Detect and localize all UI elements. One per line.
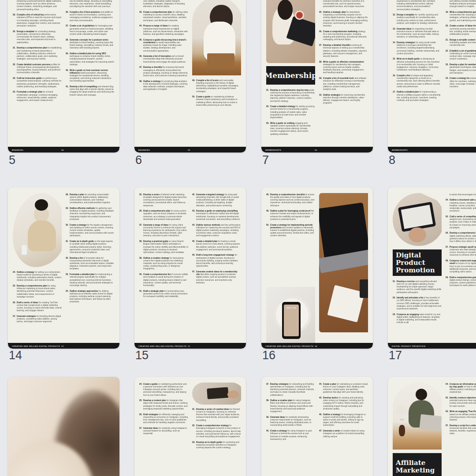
page-thumbnail-16[interactable]: 48.Develop a comprehensive checklist to …	[261, 187, 373, 349]
prompt-item: 39.Outline a detailed plan for using SEO…	[66, 52, 115, 66]
prompt-column-right: 28.Develop a plan for providing customiz…	[66, 193, 115, 349]
section-title-box: Digital Product Promotion	[393, 249, 442, 276]
footer-page-number: 14	[315, 345, 317, 347]
thumbnail-number: 16	[262, 349, 275, 362]
prompt-item: 03.Write a guide on crafting engaging an…	[266, 122, 315, 135]
page-thumbnail-17[interactable]: Digital Product Promotion 01.Develop a c…	[388, 187, 476, 349]
prompt-item: 27.Generate ideas for creatively using I…	[139, 427, 188, 435]
prompt-column-left: 28.Write an instructional guide on build…	[13, 0, 62, 152]
prompt-column-right	[319, 193, 368, 349]
prompt-item: 39.Generate ideas for creatively showcas…	[266, 416, 315, 427]
page-thumbnail-14[interactable]: 24.Outline a strategy for setting up a s…	[8, 187, 119, 349]
footer-section-label: CREATING AND SELLING DIGITAL PRODUCTS	[138, 345, 186, 347]
footer-page-number: 06	[315, 149, 317, 151]
prompt-item: 20.Create a series of ideas for fosterin…	[446, 25, 476, 36]
footer-section-label: CREATING AND SELLING DIGITAL PRODUCTS	[265, 345, 313, 347]
prompt-item: 31.Develop a series of creative ideas fo…	[192, 408, 241, 421]
prompt-item: 40.Write a guide on how customer service…	[66, 69, 115, 82]
thumbnail-number: 14	[9, 349, 22, 362]
section-title-box: Affiliate Marketing	[393, 453, 442, 476]
prompt-item: 37.Generate a range of ideas for using o…	[139, 223, 188, 237]
prompt-column-left: 48.Develop a comprehensive checklist to …	[266, 193, 315, 349]
page-thumbnail-instagram-2[interactable]: 37.Develop strategies for networking and…	[261, 377, 373, 476]
prompt-item: 08.Write a guide on effective communicat…	[319, 60, 368, 74]
page-thumbnail-8[interactable]: 11.Create a plan for providing personali…	[388, 0, 476, 152]
photo-laptop-wood-desk	[319, 193, 368, 332]
prompt-item: 47.Develop a checklist for ensuring that…	[139, 66, 188, 77]
prompt-item: 44.Outline various methods and key perfo…	[192, 223, 241, 237]
page-thumbnail-instagram-1[interactable]: 24.Create a guide on maintaining authent…	[134, 377, 246, 476]
phone-screen-label: ABOUT ME	[284, 307, 299, 309]
prompt-item: 46.Draft a long-term engagement strategy…	[192, 254, 241, 268]
section-title-box: Memberships	[266, 66, 315, 85]
prompt-item: 49.Outline a plan for leveraging social …	[266, 210, 315, 221]
prompt-item: 28.Write an instructional guide on build…	[13, 0, 62, 11]
prompt-item: 43.Create a comprehensive plan for utili…	[139, 11, 188, 22]
prompt-column-right: 31.Develop a series of creative ideas fo…	[192, 383, 241, 476]
prompt-item: 14.Develop strategies for using social m…	[393, 41, 442, 55]
prompt-item: 41.Develop a list of compelling and rele…	[66, 85, 115, 96]
prompt-item: 41.Draft a strategic plan for incorporat…	[139, 290, 188, 298]
prompt-item: 24.Create a guide on maintaining authent…	[139, 383, 188, 396]
prompt-item: 08.Compose a warm and engaging 'Thank Yo…	[446, 259, 476, 273]
prompt-item: 02.Identify and articulate a list of key…	[393, 297, 442, 310]
footer-page-number: 04	[61, 149, 64, 151]
prompt-column-left: Memberships 01.Develop a comprehensive s…	[266, 0, 315, 152]
footer-section-label: BRANDING	[12, 149, 23, 151]
prompt-item: 30.Create a strategy for the regular man…	[66, 223, 115, 237]
prompt-item: 18.Develop a structured approach for col…	[446, 0, 476, 8]
footer-page-number: 05	[188, 149, 190, 151]
full-page-photo-person	[8, 377, 119, 476]
footer-section-label: DIGITAL PRODUCT PROMOTION	[392, 345, 425, 347]
prompt-item: 38.Outline a creative plan for using Ins…	[266, 399, 315, 413]
prompt-column-left: Affiliate Marketing	[393, 383, 442, 476]
prompt-item: 42.Formulate a strategy for expanding a …	[139, 0, 188, 8]
prompt-item: 28.Develop a plan for providing customiz…	[66, 193, 115, 204]
prompt-item: 43.Develop a guide on employing storytel…	[192, 210, 241, 221]
photo-phone-about-me: ABOUT ME	[266, 287, 315, 349]
page-footer: DIGITAL PRODUCT PROMOTION	[388, 343, 476, 349]
page-footer: CREATING AND SELLING DIGITAL PRODUCTS 14	[261, 343, 373, 349]
prompt-item: 04.Compose an informative and friendly s…	[446, 383, 476, 394]
prompt-item: 31.Create an in-depth guide on the legal…	[66, 240, 115, 253]
prompt-item: 09.Compile a list of essential tools and…	[319, 77, 368, 90]
prompt-item: 05.Outline a strategic plan for seamless…	[319, 11, 368, 27]
prompt-column-left: 11.Create a plan for providing personali…	[393, 0, 442, 152]
page-thumbnail-7[interactable]: Memberships 01.Develop a comprehensive s…	[261, 0, 373, 152]
thumbnail-number: 15	[135, 349, 149, 362]
prompt-item: 07.Propose strategic upsell opportunitie…	[446, 245, 476, 257]
prompt-item: 38.Generate concepts for a podcast serie…	[66, 38, 115, 49]
prompt-item: 44.Propose a range of ideas for creating…	[139, 25, 188, 36]
prompt-item: 33.Formulate a detailed plan for impleme…	[66, 273, 115, 286]
prompt-column-right: 49.Compile a list of iconic and memorabl…	[192, 0, 241, 152]
prompt-item: 36.Draft a comprehensive plan for using …	[139, 210, 188, 221]
prompt-item: 26.Draft strategies for efficiently mana…	[139, 413, 188, 424]
photo-desk-laptop-mug	[266, 0, 315, 63]
prompt-item: 44.Create a plan for maintaining a consi…	[319, 383, 368, 394]
prompt-item: 45.Create a detailed plan for hosting a …	[192, 240, 241, 251]
thumbnail-number: 6	[135, 153, 142, 167]
prompt-item: 36.Compile a list of best practices and …	[66, 11, 115, 22]
prompt-item: 50.Create a strategy for implementing pe…	[266, 223, 315, 237]
prompt-item: 23.Develop a plan for member engagement …	[446, 63, 476, 74]
prompt-column-right: 04.Compose an informative and friendly s…	[446, 383, 476, 476]
prompt-item: 05.Craft a series of compelling points f…	[446, 215, 476, 229]
prompt-item: 49.Compile a list of iconic and memorabl…	[192, 79, 241, 93]
page-thumbnail-5[interactable]: 28.Write an instructional guide on build…	[8, 0, 119, 152]
arch-photo-woman-green-sweater	[393, 383, 442, 450]
page-thumbnail-affiliate[interactable]: Affiliate Marketing 04.Compose an inform…	[388, 377, 476, 476]
page-footer: MEMBERSHIPS	[388, 147, 476, 152]
page-thumbnail-photo[interactable]	[8, 377, 119, 476]
prompt-item: 06.Create a comprehensive marketing stra…	[319, 30, 368, 41]
prompt-item: 31.Develop a comprehensive plan for esta…	[13, 47, 62, 60]
prompt-column-left: 35.Develop a series of tailored email ma…	[139, 193, 188, 349]
page-thumbnail-15[interactable]: 35.Develop a series of tailored email ma…	[134, 187, 246, 349]
prompt-column-right: 04.Develop a list of creative and entici…	[319, 0, 368, 152]
prompt-item: 03.Compose an engaging sales email for m…	[393, 313, 442, 324]
footer-section-label: CREATING AND SELLING DIGITAL PRODUCTS	[12, 345, 60, 347]
page-footer: CREATING AND SELLING DIGITAL PRODUCTS 12	[8, 343, 119, 349]
page-thumbnail-6[interactable]: 42.Formulate a strategy for expanding a …	[134, 0, 246, 152]
footer-section-label: MEMBERSHIPS	[265, 149, 281, 151]
prompt-item: 06.Develop a comprehensive FAQ section f…	[446, 232, 476, 243]
prompt-item: 13.Generate ideas for organizing member-…	[393, 27, 442, 38]
